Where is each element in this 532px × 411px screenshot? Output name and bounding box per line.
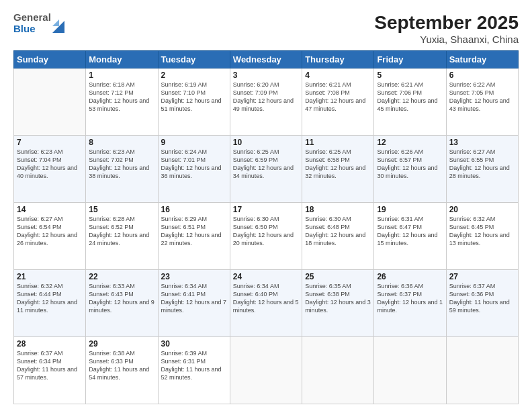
day-number: 6 xyxy=(449,71,515,80)
table-row xyxy=(14,68,86,136)
day-info: Sunrise: 6:37 AMSunset: 6:34 PMDaylight:… xyxy=(17,349,83,382)
table-row: 28Sunrise: 6:37 AMSunset: 6:34 PMDayligh… xyxy=(14,337,86,404)
day-info: Sunrise: 6:26 AMSunset: 6:57 PMDaylight:… xyxy=(377,148,443,181)
table-row: 27Sunrise: 6:37 AMSunset: 6:36 PMDayligh… xyxy=(446,270,518,337)
day-number: 12 xyxy=(377,138,443,147)
page: General Blue September 2025 Yuxia, Shaan… xyxy=(0,0,532,411)
table-row: 17Sunrise: 6:30 AMSunset: 6:50 PMDayligh… xyxy=(230,203,302,270)
day-info: Sunrise: 6:22 AMSunset: 7:05 PMDaylight:… xyxy=(449,81,515,113)
day-info: Sunrise: 6:23 AMSunset: 7:02 PMDaylight:… xyxy=(89,148,154,181)
logo-icon xyxy=(52,14,64,33)
calendar-subtitle: Yuxia, Shaanxi, China xyxy=(374,34,519,45)
day-info: Sunrise: 6:37 AMSunset: 6:36 PMDaylight:… xyxy=(449,282,515,315)
day-number: 29 xyxy=(89,339,154,349)
table-row: 13Sunrise: 6:27 AMSunset: 6:55 PMDayligh… xyxy=(446,136,518,203)
day-number: 2 xyxy=(161,71,227,80)
day-number: 14 xyxy=(17,205,83,214)
day-number: 22 xyxy=(89,272,154,281)
day-info: Sunrise: 6:25 AMSunset: 6:58 PMDaylight:… xyxy=(305,148,371,181)
day-number: 5 xyxy=(377,71,443,80)
day-info: Sunrise: 6:34 AMSunset: 6:40 PMDaylight:… xyxy=(233,282,299,315)
day-info: Sunrise: 6:23 AMSunset: 7:04 PMDaylight:… xyxy=(17,148,83,181)
table-row: 3Sunrise: 6:20 AMSunset: 7:09 PMDaylight… xyxy=(230,68,302,136)
day-info: Sunrise: 6:27 AMSunset: 6:54 PMDaylight:… xyxy=(17,215,83,248)
header: General Blue September 2025 Yuxia, Shaan… xyxy=(13,12,519,45)
table-row: 21Sunrise: 6:32 AMSunset: 6:44 PMDayligh… xyxy=(14,270,86,337)
table-row: 7Sunrise: 6:23 AMSunset: 7:04 PMDaylight… xyxy=(14,136,86,203)
table-row: 25Sunrise: 6:35 AMSunset: 6:38 PMDayligh… xyxy=(302,270,374,337)
day-number: 26 xyxy=(377,272,443,281)
day-number: 3 xyxy=(233,71,299,80)
day-info: Sunrise: 6:30 AMSunset: 6:50 PMDaylight:… xyxy=(233,215,299,248)
table-row: 26Sunrise: 6:36 AMSunset: 6:37 PMDayligh… xyxy=(374,270,446,337)
day-info: Sunrise: 6:33 AMSunset: 6:43 PMDaylight:… xyxy=(89,282,154,315)
day-number: 18 xyxy=(305,205,371,214)
table-row: 12Sunrise: 6:26 AMSunset: 6:57 PMDayligh… xyxy=(374,136,446,203)
day-info: Sunrise: 6:19 AMSunset: 7:10 PMDaylight:… xyxy=(161,81,227,113)
day-info: Sunrise: 6:27 AMSunset: 6:55 PMDaylight:… xyxy=(449,148,515,181)
table-row: 15Sunrise: 6:28 AMSunset: 6:52 PMDayligh… xyxy=(86,203,158,270)
day-info: Sunrise: 6:25 AMSunset: 6:59 PMDaylight:… xyxy=(233,148,299,181)
calendar-week-row: 7Sunrise: 6:23 AMSunset: 7:04 PMDaylight… xyxy=(14,136,519,203)
day-number: 10 xyxy=(233,138,299,147)
day-info: Sunrise: 6:21 AMSunset: 7:06 PMDaylight:… xyxy=(377,81,443,113)
day-info: Sunrise: 6:20 AMSunset: 7:09 PMDaylight:… xyxy=(233,81,299,113)
day-info: Sunrise: 6:35 AMSunset: 6:38 PMDaylight:… xyxy=(305,282,371,315)
header-monday: Monday xyxy=(86,51,158,68)
calendar-title: September 2025 xyxy=(374,12,519,34)
table-row: 6Sunrise: 6:22 AMSunset: 7:05 PMDaylight… xyxy=(446,68,518,136)
logo-line1: General xyxy=(13,12,51,24)
day-info: Sunrise: 6:30 AMSunset: 6:48 PMDaylight:… xyxy=(305,215,371,248)
table-row: 20Sunrise: 6:32 AMSunset: 6:45 PMDayligh… xyxy=(446,203,518,270)
header-thursday: Thursday xyxy=(302,51,374,68)
header-tuesday: Tuesday xyxy=(158,51,230,68)
table-row: 14Sunrise: 6:27 AMSunset: 6:54 PMDayligh… xyxy=(14,203,86,270)
calendar-week-row: 14Sunrise: 6:27 AMSunset: 6:54 PMDayligh… xyxy=(14,203,519,270)
calendar-week-row: 1Sunrise: 6:18 AMSunset: 7:12 PMDaylight… xyxy=(14,68,519,136)
table-row xyxy=(446,337,518,404)
table-row: 30Sunrise: 6:39 AMSunset: 6:31 PMDayligh… xyxy=(158,337,230,404)
table-row xyxy=(230,337,302,404)
svg-marker-1 xyxy=(52,19,59,26)
header-saturday: Saturday xyxy=(446,51,518,68)
day-number: 24 xyxy=(233,272,299,281)
day-number: 8 xyxy=(89,138,154,147)
day-info: Sunrise: 6:32 AMSunset: 6:44 PMDaylight:… xyxy=(17,282,83,315)
day-info: Sunrise: 6:24 AMSunset: 7:01 PMDaylight:… xyxy=(161,148,227,181)
day-number: 13 xyxy=(449,138,515,147)
day-info: Sunrise: 6:34 AMSunset: 6:41 PMDaylight:… xyxy=(161,282,227,315)
header-sunday: Sunday xyxy=(14,51,86,68)
logo: General Blue xyxy=(13,12,64,34)
day-number: 7 xyxy=(17,138,83,147)
table-row: 18Sunrise: 6:30 AMSunset: 6:48 PMDayligh… xyxy=(302,203,374,270)
title-block: September 2025 Yuxia, Shaanxi, China xyxy=(374,12,519,45)
day-info: Sunrise: 6:21 AMSunset: 7:08 PMDaylight:… xyxy=(305,81,371,113)
day-number: 23 xyxy=(161,272,227,281)
day-number: 27 xyxy=(449,272,515,281)
table-row: 2Sunrise: 6:19 AMSunset: 7:10 PMDaylight… xyxy=(158,68,230,136)
day-number: 4 xyxy=(305,71,371,80)
day-info: Sunrise: 6:18 AMSunset: 7:12 PMDaylight:… xyxy=(89,81,154,113)
header-wednesday: Wednesday xyxy=(230,51,302,68)
table-row: 16Sunrise: 6:29 AMSunset: 6:51 PMDayligh… xyxy=(158,203,230,270)
table-row: 1Sunrise: 6:18 AMSunset: 7:12 PMDaylight… xyxy=(86,68,158,136)
day-number: 19 xyxy=(377,205,443,214)
table-row: 11Sunrise: 6:25 AMSunset: 6:58 PMDayligh… xyxy=(302,136,374,203)
day-number: 17 xyxy=(233,205,299,214)
day-info: Sunrise: 6:38 AMSunset: 6:33 PMDaylight:… xyxy=(89,349,154,382)
day-number: 15 xyxy=(89,205,154,214)
calendar-table: Sunday Monday Tuesday Wednesday Thursday… xyxy=(13,50,519,404)
table-row: 23Sunrise: 6:34 AMSunset: 6:41 PMDayligh… xyxy=(158,270,230,337)
day-number: 20 xyxy=(449,205,515,214)
day-info: Sunrise: 6:31 AMSunset: 6:47 PMDaylight:… xyxy=(377,215,443,248)
day-info: Sunrise: 6:28 AMSunset: 6:52 PMDaylight:… xyxy=(89,215,154,248)
day-info: Sunrise: 6:36 AMSunset: 6:37 PMDaylight:… xyxy=(377,282,443,315)
day-number: 30 xyxy=(161,339,227,349)
table-row: 10Sunrise: 6:25 AMSunset: 6:59 PMDayligh… xyxy=(230,136,302,203)
table-row: 19Sunrise: 6:31 AMSunset: 6:47 PMDayligh… xyxy=(374,203,446,270)
day-number: 16 xyxy=(161,205,227,214)
calendar-week-row: 21Sunrise: 6:32 AMSunset: 6:44 PMDayligh… xyxy=(14,270,519,337)
day-info: Sunrise: 6:29 AMSunset: 6:51 PMDaylight:… xyxy=(161,215,227,248)
day-number: 9 xyxy=(161,138,227,147)
day-number: 25 xyxy=(305,272,371,281)
